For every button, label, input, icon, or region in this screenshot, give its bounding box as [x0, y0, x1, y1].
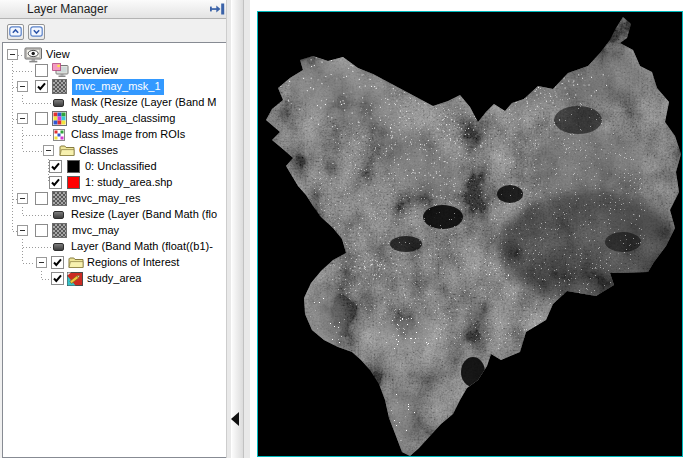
raster-layer-icon [52, 79, 67, 94]
tree-item-label[interactable]: 1: study_area.shp [85, 175, 172, 191]
tree-item-label[interactable]: mvc_may_res [72, 191, 140, 207]
class-color-swatch[interactable] [67, 176, 80, 189]
tree-item-label[interactable]: Layer (Band Math (float((b1)- [71, 239, 213, 255]
layer-manager-panel: Layer Manager [0, 0, 230, 458]
collapse-all-button[interactable] [7, 24, 24, 40]
tree-item-label[interactable]: Overview [72, 63, 118, 79]
splitter-handle[interactable] [231, 0, 244, 458]
expander-icon[interactable] [17, 113, 28, 124]
view-eye-icon [24, 47, 43, 63]
layer-checkbox[interactable] [35, 80, 48, 93]
tree-item-mvc-may: mvc_may [3, 223, 226, 239]
tree-item-classes: Classes [3, 143, 226, 159]
tree-item-label[interactable]: Classes [79, 143, 118, 159]
tree-item-label[interactable]: study_area [87, 271, 141, 287]
roi-icon [67, 272, 83, 286]
tree-item-label[interactable]: study_area_classimg [72, 111, 175, 127]
tree-item-label-selected[interactable]: mvc_may_msk_1 [72, 79, 164, 95]
roi-checkbox[interactable] [51, 272, 64, 285]
tree-item-label[interactable]: Regions of Interest [87, 255, 179, 271]
layer-chip-icon [53, 243, 64, 251]
layer-checkbox[interactable] [35, 112, 48, 125]
class-image-small-icon [53, 129, 65, 141]
image-viewport[interactable] [257, 11, 683, 457]
tree-item-mvc-may-res: mvc_may_res [3, 191, 226, 207]
chevron-down-icon [30, 25, 43, 40]
tree-item-study-area-classimg: study_area_classimg [3, 111, 226, 127]
raster-layer-icon [52, 191, 67, 206]
tree-item-mvc-may-msk-1: mvc_may_msk_1 [3, 79, 226, 95]
tree-item-resize: Resize (Layer (Band Math (flo [3, 207, 226, 223]
class-checkbox[interactable] [49, 176, 62, 189]
tree-item-label[interactable]: 0: Unclassified [85, 159, 157, 175]
tree-item-class-image-from-rois: Class Image from ROIs [3, 127, 226, 143]
raster-map-svg [258, 12, 682, 456]
tree-item-class-0: 0: Unclassified [3, 159, 226, 175]
panel-title: Layer Manager [27, 2, 108, 16]
tree-item-view: View [3, 47, 226, 63]
panel-splitter[interactable] [226, 0, 250, 458]
class-image-icon [52, 111, 67, 126]
layer-checkbox[interactable] [35, 64, 48, 77]
layer-checkbox[interactable] [35, 192, 48, 205]
tree-item-mask: Mask (Resize (Layer (Band M [3, 95, 226, 111]
tree-item-label[interactable]: Resize (Layer (Band Math (flo [71, 207, 217, 223]
layer-chip-icon [53, 99, 64, 107]
raster-layer-icon [52, 223, 67, 238]
dock-panel-icon[interactable] [209, 2, 226, 16]
tree-item-label[interactable]: mvc_may [72, 223, 119, 239]
tree-item-layer-band-math: Layer (Band Math (float((b1)- [3, 239, 226, 255]
expander-icon[interactable] [7, 49, 18, 60]
tree-item-class-1: 1: study_area.shp [3, 175, 226, 191]
expander-icon[interactable] [17, 225, 28, 236]
tree-item-regions-of-interest: Regions of Interest [3, 255, 226, 271]
folder-icon [68, 256, 84, 269]
tree-item-label[interactable]: Mask (Resize (Layer (Band M [71, 95, 217, 111]
layer-tree: View Overview [2, 42, 227, 458]
tree-item-overview: Overview [3, 63, 226, 79]
class-color-swatch[interactable] [67, 160, 80, 173]
overview-icon [52, 63, 69, 78]
collapse-panel-arrow-icon[interactable] [231, 412, 239, 426]
folder-icon [59, 144, 75, 157]
tree-item-study-area: study_area [3, 271, 226, 287]
expander-icon[interactable] [43, 145, 54, 156]
expand-all-button[interactable] [28, 24, 45, 40]
expander-icon[interactable] [17, 81, 28, 92]
image-view-area [250, 0, 684, 458]
expander-icon[interactable] [17, 193, 28, 204]
expander-icon[interactable] [36, 257, 47, 268]
layer-chip-icon [53, 211, 64, 219]
chevron-up-icon [9, 25, 22, 40]
panel-titlebar: Layer Manager [0, 0, 230, 19]
tree-item-label[interactable]: Class Image from ROIs [71, 127, 185, 143]
roi-folder-checkbox[interactable] [51, 256, 64, 269]
tree-item-label[interactable]: View [46, 47, 70, 63]
class-checkbox[interactable] [49, 160, 62, 173]
layer-checkbox[interactable] [35, 224, 48, 237]
